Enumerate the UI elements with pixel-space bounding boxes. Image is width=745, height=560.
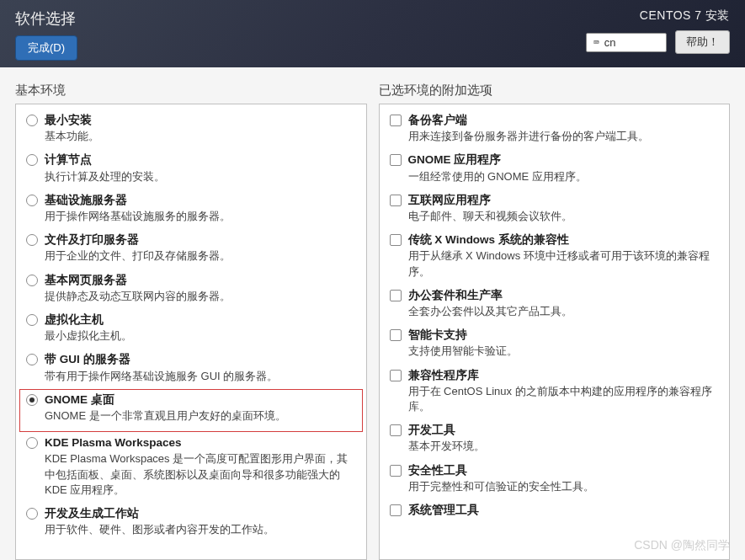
left-column: 基本环境 最小安装基本功能。计算节点执行计算及处理的安装。基础设施服务器用于操作… xyxy=(15,83,367,560)
checkbox-icon[interactable] xyxy=(390,370,402,381)
checkbox-icon[interactable] xyxy=(390,290,402,301)
addon-item[interactable]: GNOME 应用程序一组经常使用的 GNOME 应用程序。 xyxy=(383,149,726,189)
keyboard-icon: ⌨ xyxy=(593,37,599,48)
env-item[interactable]: 计算节点执行计算及处理的安装。 xyxy=(19,149,363,189)
env-item-title: 最小安装 xyxy=(45,113,356,128)
env-item-title: 开发及生成工作站 xyxy=(45,506,356,521)
env-item-title: 基础设施服务器 xyxy=(45,193,356,208)
addon-item-text: 备份客户端用来连接到备份服务器并进行备份的客户端工具。 xyxy=(408,113,720,144)
page-title: 软件选择 xyxy=(15,8,77,29)
checkbox-icon[interactable] xyxy=(390,504,402,516)
env-item[interactable]: 文件及打印服务器用于企业的文件、打印及存储服务器。 xyxy=(19,229,363,269)
addon-item-text: 兼容性程序库用于在 CentOS Linux 的之前版本中构建的应用程序的兼容程… xyxy=(408,368,720,415)
addon-item-text: 互联网应用程序电子邮件、聊天和视频会议软件。 xyxy=(408,193,720,224)
addon-item-desc: 用于从继承 X Windows 环境中迁移或者可用于该环境的兼容程序。 xyxy=(408,248,720,279)
addon-item-desc: 用于在 CentOS Linux 的之前版本中构建的应用程序的兼容程序库。 xyxy=(408,384,720,414)
radio-icon[interactable] xyxy=(26,394,38,406)
env-item-desc: 基本功能。 xyxy=(45,129,356,144)
env-item[interactable]: GNOME 桌面GNOME 是一个非常直观且用户友好的桌面环境。 xyxy=(19,389,363,432)
checkbox-icon[interactable] xyxy=(390,234,402,246)
env-item-text: 计算节点执行计算及处理的安装。 xyxy=(45,152,356,184)
env-item-title: 带 GUI 的服务器 xyxy=(45,352,356,367)
addon-item[interactable]: 开发工具基本开发环境。 xyxy=(383,419,726,459)
env-item-title: 基本网页服务器 xyxy=(45,273,356,288)
radio-icon[interactable] xyxy=(26,354,38,365)
addon-item-title: 系统管理工具 xyxy=(408,503,720,518)
checkbox-icon[interactable] xyxy=(390,195,402,206)
addon-item-desc: 一组经常使用的 GNOME 应用程序。 xyxy=(408,169,720,184)
addon-item[interactable]: 安全性工具用于完整性和可信验证的安全性工具。 xyxy=(383,460,726,499)
env-item-desc: 提供静态及动态互联网内容的服务器。 xyxy=(45,289,356,304)
env-item[interactable]: 虚拟化主机最小虚拟化主机。 xyxy=(19,309,363,349)
radio-icon[interactable] xyxy=(26,154,38,166)
addon-item-desc: 支持使用智能卡验证。 xyxy=(408,344,720,359)
addon-item-desc: 用来连接到备份服务器并进行备份的客户端工具。 xyxy=(408,129,720,144)
addon-item-desc: 电子邮件、聊天和视频会议软件。 xyxy=(408,209,720,224)
addon-item-title: 开发工具 xyxy=(408,423,720,438)
addons-list[interactable]: 备份客户端用来连接到备份服务器并进行备份的客户端工具。GNOME 应用程序一组经… xyxy=(379,104,731,560)
env-item-title: 文件及打印服务器 xyxy=(45,232,356,248)
checkbox-icon[interactable] xyxy=(390,115,402,126)
addon-item-title: 安全性工具 xyxy=(408,463,720,478)
header-right: CENTOS 7 安装 ⌨ cn 帮助！ xyxy=(586,8,730,59)
addon-item-desc: 用于完整性和可信验证的安全性工具。 xyxy=(408,479,720,494)
installer-title: CENTOS 7 安装 xyxy=(640,8,730,24)
env-item-text: 文件及打印服务器用于企业的文件、打印及存储服务器。 xyxy=(45,232,356,264)
env-item-text: GNOME 桌面GNOME 是一个非常直观且用户友好的桌面环境。 xyxy=(45,392,356,424)
env-item[interactable]: 最小安装基本功能。 xyxy=(19,109,363,149)
base-env-heading: 基本环境 xyxy=(15,83,367,104)
checkbox-icon[interactable] xyxy=(390,465,402,477)
addon-item[interactable]: 办公套件和生产率全套办公套件以及其它产品工具。 xyxy=(383,285,726,324)
addon-item-text: 安全性工具用于完整性和可信验证的安全性工具。 xyxy=(408,463,720,494)
addon-item-desc: 基本开发环境。 xyxy=(408,439,720,454)
addon-item-text: 系统管理工具 xyxy=(408,503,720,518)
base-env-list[interactable]: 最小安装基本功能。计算节点执行计算及处理的安装。基础设施服务器用于操作网络基础设… xyxy=(15,104,367,560)
header-controls: ⌨ cn 帮助！ xyxy=(586,30,730,54)
env-item-desc: 最小虚拟化主机。 xyxy=(45,328,356,344)
checkbox-icon[interactable] xyxy=(390,154,402,166)
env-item[interactable]: 带 GUI 的服务器带有用于操作网络基础设施服务 GUI 的服务器。 xyxy=(19,349,363,388)
env-item-desc: 用于软件、硬件、图形或者内容开发的工作站。 xyxy=(45,522,356,537)
env-item-text: 基本网页服务器提供静态及动态互联网内容的服务器。 xyxy=(45,273,356,304)
env-item[interactable]: 开发及生成工作站用于软件、硬件、图形或者内容开发的工作站。 xyxy=(19,503,363,542)
env-item[interactable]: 基本网页服务器提供静态及动态互联网内容的服务器。 xyxy=(19,269,363,309)
keyboard-layout-indicator[interactable]: ⌨ cn xyxy=(586,33,667,52)
addon-item[interactable]: 传统 X Windows 系统的兼容性用于从继承 X Windows 环境中迁移… xyxy=(383,229,726,285)
addon-item[interactable]: 兼容性程序库用于在 CentOS Linux 的之前版本中构建的应用程序的兼容程… xyxy=(383,365,726,420)
addon-item-text: 传统 X Windows 系统的兼容性用于从继承 X Windows 环境中迁移… xyxy=(408,232,720,280)
addon-item[interactable]: 系统管理工具 xyxy=(383,499,726,523)
addon-item[interactable]: 备份客户端用来连接到备份服务器并进行备份的客户端工具。 xyxy=(383,109,726,149)
env-item-text: 基础设施服务器用于操作网络基础设施服务的服务器。 xyxy=(45,193,356,224)
addon-item-title: 兼容性程序库 xyxy=(408,368,720,383)
env-item-desc: 用于操作网络基础设施服务的服务器。 xyxy=(45,209,356,224)
addon-item[interactable]: 互联网应用程序电子邮件、聊天和视频会议软件。 xyxy=(383,189,726,229)
radio-icon[interactable] xyxy=(26,234,38,246)
addon-item-desc: 全套办公套件以及其它产品工具。 xyxy=(408,304,720,319)
addon-item[interactable]: 智能卡支持支持使用智能卡验证。 xyxy=(383,324,726,364)
checkbox-icon[interactable] xyxy=(390,329,402,341)
env-item[interactable]: KDE Plasma WorkspacesKDE Plasma Workspac… xyxy=(19,432,363,503)
radio-icon[interactable] xyxy=(26,195,38,206)
radio-icon[interactable] xyxy=(26,115,38,126)
header-bar: 软件选择 完成(D) CENTOS 7 安装 ⌨ cn 帮助！ xyxy=(0,0,745,67)
env-item-title: GNOME 桌面 xyxy=(45,392,356,408)
checkbox-icon[interactable] xyxy=(390,424,402,436)
addon-item-title: 互联网应用程序 xyxy=(408,193,720,208)
radio-icon[interactable] xyxy=(26,275,38,286)
env-item-text: KDE Plasma WorkspacesKDE Plasma Workspac… xyxy=(45,435,356,498)
addon-item-text: 办公套件和生产率全套办公套件以及其它产品工具。 xyxy=(408,288,720,319)
env-item-title: KDE Plasma Workspaces xyxy=(45,435,356,451)
radio-icon[interactable] xyxy=(26,508,38,520)
env-item-desc: KDE Plasma Workspaces 是一个高度可配置图形用户界面，其中包… xyxy=(45,451,356,498)
done-button[interactable]: 完成(D) xyxy=(15,35,77,61)
env-item-text: 开发及生成工作站用于软件、硬件、图形或者内容开发的工作站。 xyxy=(45,506,356,537)
help-button[interactable]: 帮助！ xyxy=(675,30,730,54)
addon-item-text: GNOME 应用程序一组经常使用的 GNOME 应用程序。 xyxy=(408,152,720,184)
radio-icon[interactable] xyxy=(26,314,38,326)
env-item[interactable]: 基础设施服务器用于操作网络基础设施服务的服务器。 xyxy=(19,189,363,229)
env-item-text: 最小安装基本功能。 xyxy=(45,113,356,144)
radio-icon[interactable] xyxy=(26,437,38,449)
addon-item-title: 传统 X Windows 系统的兼容性 xyxy=(408,232,720,248)
right-column: 已选环境的附加选项 备份客户端用来连接到备份服务器并进行备份的客户端工具。GNO… xyxy=(379,83,731,560)
keyboard-layout-label: cn xyxy=(604,36,616,49)
